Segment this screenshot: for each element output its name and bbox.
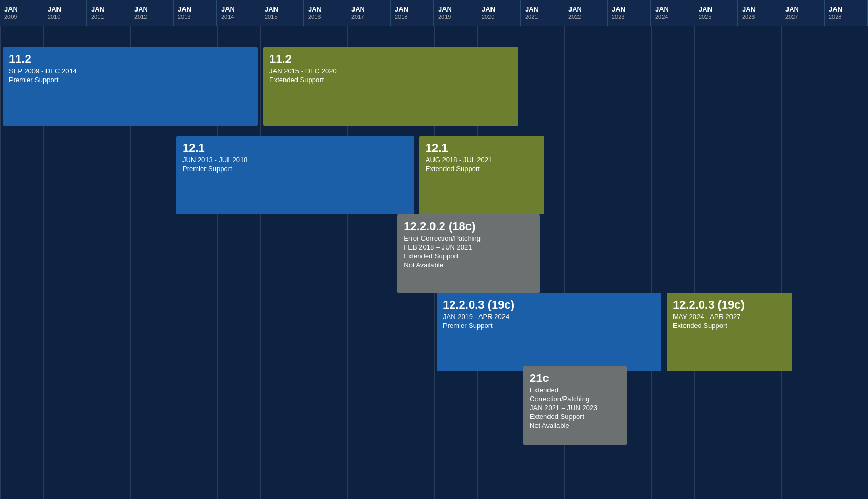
grid-line-0 xyxy=(0,26,1,499)
bar-dates-12_2_0_3_premier: JAN 2019 - APR 2024 xyxy=(443,313,655,322)
year-col-2025: JAN2025 xyxy=(694,0,738,26)
grid-line-15 xyxy=(651,26,652,499)
chart-container: JAN2009JAN2010JAN2011JAN2012JAN2013JAN20… xyxy=(0,0,868,499)
bar-title-11_2_extended: 11.2 xyxy=(269,52,512,66)
bar-12_2_0_3_extended: 12.2.0.3 (19c)MAY 2024 - APR 2027Extende… xyxy=(667,293,792,371)
year-col-2026: JAN2026 xyxy=(738,0,781,26)
year-col-2013: JAN2013 xyxy=(174,0,217,26)
grid-line-17 xyxy=(738,26,738,499)
year-col-2027: JAN2027 xyxy=(781,0,825,26)
bar-title-12_2_0_3_premier: 12.2.0.3 (19c) xyxy=(443,298,655,312)
bar-type-12_1_premier: Premier Support xyxy=(182,165,408,174)
year-col-2028: JAN2028 xyxy=(825,0,868,26)
bar-dates-21c: Extended Correction/Patching JAN 2021 – … xyxy=(530,386,621,430)
year-col-2017: JAN2017 xyxy=(347,0,391,26)
grid-area: 11.2SEP 2009 - DEC 2014Premier Support11… xyxy=(0,26,868,499)
year-col-2012: JAN2012 xyxy=(130,0,174,26)
bar-dates-12_1_extended: AUG 2018 - JUL 2021 xyxy=(426,156,538,165)
bar-title-12_1_premier: 12.1 xyxy=(182,141,408,155)
grid-line-18 xyxy=(781,26,782,499)
bar-dates-11_2_premier: SEP 2009 - DEC 2014 xyxy=(9,67,252,76)
grid-line-6 xyxy=(260,26,261,499)
bar-11_2_premier: 11.2SEP 2009 - DEC 2014Premier Support xyxy=(3,47,258,126)
year-col-2015: JAN2015 xyxy=(260,0,304,26)
bar-dates-12_1_premier: JUN 2013 - JUL 2018 xyxy=(182,156,408,165)
bar-title-12_2_0_3_extended: 12.2.0.3 (19c) xyxy=(673,298,785,312)
bar-dates-12_2_0_2: Error Correction/Patching FEB 2018 – JUN… xyxy=(404,234,533,270)
year-col-2024: JAN2024 xyxy=(651,0,694,26)
year-col-2014: JAN2014 xyxy=(217,0,260,26)
year-col-2021: JAN2021 xyxy=(521,0,564,26)
timeline-header: JAN2009JAN2010JAN2011JAN2012JAN2013JAN20… xyxy=(0,0,868,26)
year-col-2022: JAN2022 xyxy=(564,0,608,26)
year-col-2016: JAN2016 xyxy=(304,0,347,26)
bar-dates-12_2_0_3_extended: MAY 2024 - APR 2027 xyxy=(673,313,785,322)
year-col-2018: JAN2018 xyxy=(391,0,434,26)
year-col-2010: JAN2010 xyxy=(43,0,87,26)
bar-type-12_2_0_3_premier: Premier Support xyxy=(443,322,655,331)
bar-11_2_extended: 11.2JAN 2015 - DEC 2020Extended Support xyxy=(263,47,518,126)
year-col-2009: JAN2009 xyxy=(0,0,43,26)
bar-title-21c: 21c xyxy=(530,371,621,385)
bar-title-12_1_extended: 12.1 xyxy=(426,141,538,155)
bar-type-12_1_extended: Extended Support xyxy=(426,165,538,174)
year-col-2019: JAN2019 xyxy=(434,0,477,26)
grid-line-19 xyxy=(825,26,825,499)
bar-12_1_premier: 12.1JUN 2013 - JUL 2018Premier Support xyxy=(176,136,414,214)
bar-type-12_2_0_3_extended: Extended Support xyxy=(673,322,785,331)
year-col-2020: JAN2020 xyxy=(477,0,521,26)
bar-type-11_2_extended: Extended Support xyxy=(269,76,512,85)
bar-21c: 21cExtended Correction/Patching JAN 2021… xyxy=(523,366,627,445)
bar-type-11_2_premier: Premier Support xyxy=(9,76,252,85)
grid-line-16 xyxy=(694,26,695,499)
bar-12_2_0_2: 12.2.0.2 (18c)Error Correction/Patching … xyxy=(397,214,540,293)
year-col-2023: JAN2023 xyxy=(608,0,651,26)
bar-12_1_extended: 12.1AUG 2018 - JUL 2021Extended Support xyxy=(419,136,544,214)
bar-dates-11_2_extended: JAN 2015 - DEC 2020 xyxy=(269,67,512,76)
bar-title-12_2_0_2: 12.2.0.2 (18c) xyxy=(404,220,533,233)
bar-title-11_2_premier: 11.2 xyxy=(9,52,252,66)
bar-12_2_0_3_premier: 12.2.0.3 (19c)JAN 2019 - APR 2024Premier… xyxy=(437,293,661,371)
year-col-2011: JAN2011 xyxy=(87,0,130,26)
